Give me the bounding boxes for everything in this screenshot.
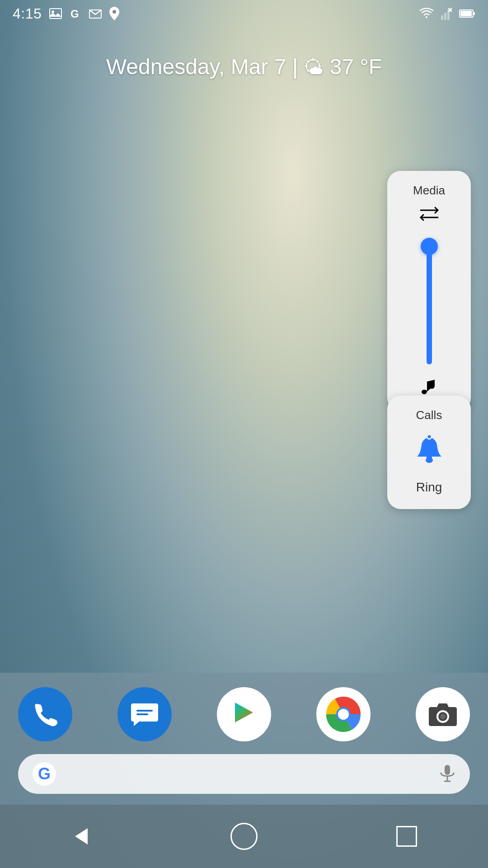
date-separator: | — [292, 55, 304, 79]
nav-back-button[interactable] — [63, 818, 99, 854]
signal-icon — [440, 7, 453, 20]
image-icon — [49, 8, 62, 19]
home-circle — [230, 823, 258, 850]
svg-point-4 — [113, 10, 116, 14]
date-text: Wednesday, Mar 7 | 🌤 37 °F — [0, 54, 488, 79]
temperature-label: 37 °F — [330, 55, 382, 79]
svg-rect-11 — [460, 11, 472, 16]
phone-app-icon[interactable] — [18, 687, 72, 741]
svg-rect-17 — [136, 713, 148, 715]
voice-search-icon[interactable] — [439, 764, 455, 784]
date-weather-widget: Wednesday, Mar 7 | 🌤 37 °F — [0, 54, 488, 79]
calls-bell-icon[interactable] — [413, 435, 445, 474]
status-bar-left: 4:15 G — [13, 5, 119, 22]
google-search-bar[interactable]: G — [18, 754, 470, 794]
play-store-app-icon[interactable] — [217, 687, 271, 741]
google-logo: G — [33, 762, 56, 786]
status-time: 4:15 — [13, 5, 42, 22]
svg-point-23 — [440, 714, 446, 719]
svg-rect-0 — [50, 9, 61, 19]
chrome-app-icon[interactable] — [316, 687, 371, 741]
svg-rect-12 — [473, 12, 475, 15]
dock: G — [0, 673, 488, 805]
svg-point-20 — [338, 709, 349, 720]
gmail-icon — [89, 8, 102, 19]
calls-panel-label: Calls — [416, 408, 442, 422]
battery-icon — [459, 9, 475, 19]
weather-icon: 🌤 — [304, 56, 324, 78]
svg-rect-6 — [444, 13, 446, 20]
status-bar-right — [419, 7, 475, 20]
status-bar: 4:15 G — [0, 0, 488, 27]
svg-text:G: G — [70, 8, 79, 19]
messages-app-icon[interactable] — [117, 687, 172, 741]
svg-point-14 — [426, 458, 433, 463]
calls-ring-label: Ring — [416, 480, 442, 495]
google-icon: G — [70, 8, 81, 19]
media-volume-panel[interactable]: Media — [387, 171, 471, 411]
nav-recent-button[interactable] — [389, 818, 425, 854]
media-volume-slider[interactable] — [427, 238, 432, 364]
date-label: Wednesday, Mar 7 — [106, 55, 286, 79]
media-panel-label: Media — [413, 184, 445, 198]
camera-app-icon[interactable] — [416, 687, 470, 741]
svg-rect-16 — [136, 710, 153, 712]
calls-volume-panel[interactable]: Calls Ring — [387, 396, 471, 509]
dock-icons — [18, 687, 470, 741]
wifi-icon — [419, 7, 434, 20]
svg-rect-5 — [441, 15, 443, 20]
maps-icon — [109, 7, 119, 20]
nav-home-button[interactable] — [226, 818, 262, 854]
navigation-bar — [0, 805, 488, 868]
svg-rect-24 — [445, 765, 450, 775]
recent-square — [396, 826, 417, 847]
audio-transfer-icon[interactable] — [418, 206, 441, 226]
svg-point-15 — [427, 435, 432, 439]
